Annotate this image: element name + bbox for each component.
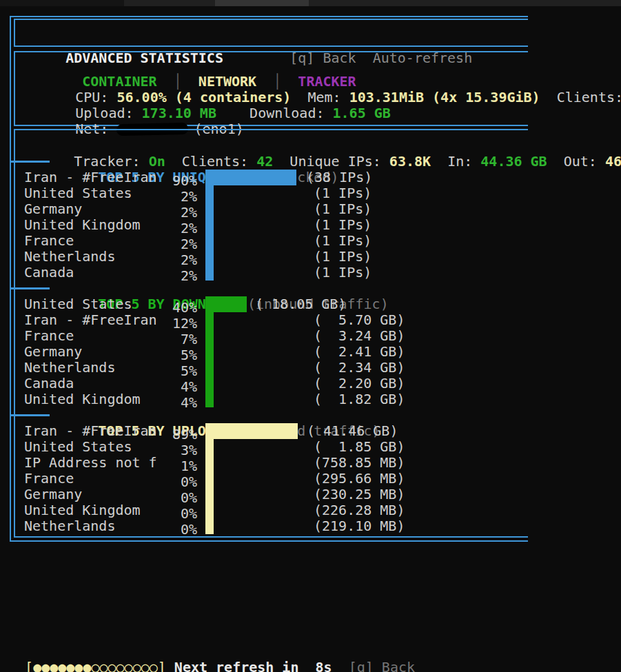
download-bar <box>205 312 214 328</box>
download-bar <box>205 296 247 312</box>
window-tab[interactable] <box>215 0 309 6</box>
table-row: Netherlands5%( 2.34 GB) <box>15 360 528 376</box>
upload-bar <box>205 487 214 502</box>
net-row: Net: (eno1) <box>15 105 528 121</box>
table-row: Iran - #FreeIran89%( 41.46 GB) <box>15 423 528 439</box>
unique-ips-bar <box>205 217 214 233</box>
table-row: Iran - #FreeIran90%(38 IPs) <box>15 170 528 185</box>
unique-ips-bar <box>205 249 214 265</box>
table-row: United Kingdom2%(1 IPs) <box>15 217 528 233</box>
table-row: United States40%( 18.05 GB) <box>15 296 528 312</box>
table-row: Germany0%(230.25 MB) <box>15 487 528 502</box>
status-bar: [●●●●●●●○○○○○○○○] Next refresh in 8s [q]… <box>8 644 415 660</box>
download-bar <box>205 360 214 376</box>
table-row: France0%(295.66 MB) <box>15 471 528 487</box>
transfer-row: Upload: 173.10 MB Download: 1.65 GB <box>15 90 528 105</box>
section-connector-line <box>10 161 50 163</box>
upload-bar <box>205 502 214 518</box>
table-row: Iran - #FreeIran12%( 5.70 GB) <box>15 312 528 328</box>
back-key-hint[interactable]: [q] Back <box>332 659 415 672</box>
refresh-countdown: Next refresh in 8s <box>166 659 332 672</box>
table-row: IP Address not f1%(758.85 MB) <box>15 455 528 471</box>
download-bar <box>205 344 214 360</box>
upload-bar <box>205 471 214 487</box>
table-row: United Kingdom4%( 1.82 GB) <box>15 391 528 407</box>
table-row: Netherlands0%(219.10 MB) <box>15 518 528 534</box>
download-bar <box>205 328 214 344</box>
refresh-progress-dots: [●●●●●●●○○○○○○○○] <box>25 659 166 672</box>
upload-bar <box>205 439 214 455</box>
section-connector-line <box>10 414 50 416</box>
unique-ips-bar <box>205 170 296 185</box>
tracker-panel: Tracker: On Clients: 42 Unique IPs: 63.8… <box>14 129 528 538</box>
download-bar <box>205 391 214 407</box>
section-header-unique-ips: TOP 5 BY UNIQUE IPs (tracked) <box>15 154 528 170</box>
tabs-row: CONTAINER │ NETWORK │ TRACKER <box>15 58 528 74</box>
unique-ips-bar <box>205 233 214 249</box>
out-total: 46.34 GB <box>605 153 621 170</box>
unique-ips-bar <box>205 201 214 217</box>
upload-bar <box>205 455 214 471</box>
table-row: Canada4%( 2.20 GB) <box>15 376 528 391</box>
table-row: Netherlands2%(1 IPs) <box>15 249 528 265</box>
cpu-row: CPU: 56.00% (4 containers) Mem: 103.31Mi… <box>15 74 528 90</box>
table-row: Germany5%( 2.41 GB) <box>15 344 528 360</box>
window-strip-left <box>0 0 124 6</box>
table-row: United States3%( 1.85 GB) <box>15 439 528 455</box>
unique-ips-bar <box>205 265 214 281</box>
table-row: Germany2%(1 IPs) <box>15 201 528 217</box>
table-row: France7%( 3.24 GB) <box>15 328 528 344</box>
title-panel: ADVANCED STATISTICS [q] Back Auto-refres… <box>14 19 528 47</box>
window-title-strip <box>0 0 621 6</box>
tracker-summary-row: Tracker: On Clients: 42 Unique IPs: 63.8… <box>15 138 528 154</box>
table-row: Canada2%(1 IPs) <box>15 265 528 281</box>
section-header-upload: TOP 5 BY UPLOAD (outbound traffic) <box>15 407 528 423</box>
section-header-download: TOP 5 BY DOWNLOAD (inbound traffic) <box>15 281 528 296</box>
upload-bar <box>205 518 214 534</box>
section-connector-line <box>10 287 50 289</box>
table-row: United Kingdom0%(226.28 MB) <box>15 502 528 518</box>
unique-ips-bar <box>205 185 214 201</box>
table-row: United States2%(1 IPs) <box>15 185 528 201</box>
download-bar <box>205 376 214 391</box>
stats-panel: CONTAINER │ NETWORK │ TRACKER CPU: 56.00… <box>14 51 528 126</box>
upload-bar <box>205 423 298 439</box>
table-row: France2%(1 IPs) <box>15 233 528 249</box>
